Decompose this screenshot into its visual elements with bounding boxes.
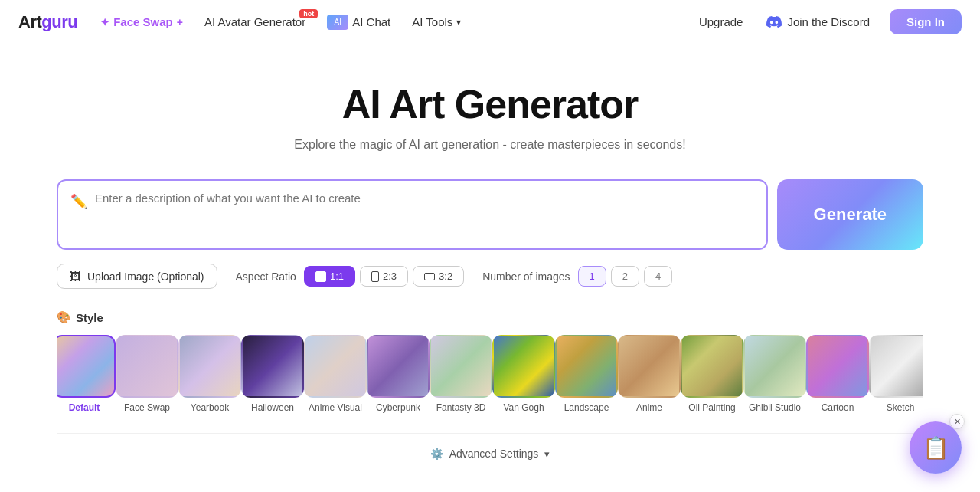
num-1-button[interactable]: 1 — [578, 266, 606, 287]
style-name-cartoon: Cartoon — [822, 402, 854, 413]
style-thumb-sketch — [869, 335, 923, 398]
style-label: Style — [76, 311, 103, 324]
style-item-oilpainting[interactable]: Oil Painting — [684, 335, 740, 413]
style-section: 🎨 Style Default Face Swap Yearbook Hallo — [57, 310, 923, 418]
generate-button[interactable]: Generate — [777, 179, 923, 250]
main-content: AI Art Generator Explore the magic of AI… — [38, 44, 942, 474]
style-name-oilpainting: Oil Painting — [688, 402, 735, 413]
style-name-halloween: Halloween — [251, 402, 294, 413]
nav-upgrade[interactable]: Upgrade — [690, 11, 753, 33]
advanced-settings-row[interactable]: ⚙️ Advanced Settings ▾ — [57, 433, 923, 474]
style-thumb-inner-yearbook — [180, 336, 240, 396]
style-thumb-faceswap — [116, 335, 178, 398]
brand-logo[interactable]: Artguru — [18, 12, 77, 32]
upload-button-label: Upload Image (Optional) — [87, 271, 204, 283]
style-name-faceswap: Face Swap — [124, 402, 170, 413]
upload-image-button[interactable]: 🖼 Upload Image (Optional) — [57, 264, 217, 289]
chevron-down-icon: ▾ — [544, 448, 550, 460]
style-item-vangogh[interactable]: Van Gogh — [496, 335, 551, 413]
style-thumb-inner-ghibli — [745, 336, 805, 396]
chat-widget-button[interactable]: 📋 — [910, 421, 962, 474]
style-name-fantasy3d: Fantasty 3D — [436, 402, 486, 413]
style-item-cartoon[interactable]: Cartoon — [810, 335, 865, 413]
num-2-button[interactable]: 2 — [611, 266, 639, 287]
ratio-2-3-button[interactable]: 2:3 — [360, 266, 408, 287]
ratio-23-label: 2:3 — [383, 271, 397, 282]
style-item-faceswap[interactable]: Face Swap — [119, 335, 175, 413]
style-name-vangogh: Van Gogh — [503, 402, 544, 413]
style-name-landscape: Landscape — [564, 402, 609, 413]
style-item-cyberpunk[interactable]: Cyberpunk — [371, 335, 426, 413]
navbar: Artguru ✦ Face Swap + AI Avatar Generato… — [0, 0, 980, 44]
hero-subtitle: Explore the magic of AI art generation -… — [57, 138, 923, 152]
style-name-cyberpunk: Cyberpunk — [376, 402, 420, 413]
plus-icon: + — [177, 16, 183, 28]
signin-button[interactable]: Sign In — [890, 9, 962, 34]
style-thumb-inner-oilpainting — [682, 336, 742, 396]
style-item-ghibli[interactable]: Ghibli Studio — [747, 335, 802, 413]
ratio-3-2-button[interactable]: 3:2 — [413, 266, 464, 287]
style-item-landscape[interactable]: Landscape — [559, 335, 614, 413]
nav-aitools[interactable]: AI Tools ▾ — [404, 11, 469, 33]
style-name-ghibli: Ghibli Studio — [749, 402, 801, 413]
nav-discord[interactable]: Join the Discord — [758, 9, 877, 35]
ratio-23-icon — [371, 271, 379, 282]
style-header: 🎨 Style — [57, 310, 923, 324]
style-thumb-inner-halloween — [243, 336, 302, 396]
style-thumb-inner-faceswap — [117, 336, 177, 396]
page-title: AI Art Generator — [57, 81, 923, 127]
style-thumb-fantasy3d — [430, 335, 492, 398]
style-thumb-default — [57, 335, 116, 398]
aspect-ratio-group: Aspect Ratio 1:1 2:3 3:2 — [236, 266, 465, 287]
style-name-anime-visual: Anime Visual — [309, 402, 362, 413]
settings-icon: ⚙️ — [430, 448, 443, 460]
style-item-anime[interactable]: Anime — [622, 335, 677, 413]
advanced-settings-label: Advanced Settings — [449, 448, 539, 460]
num-4-button[interactable]: 4 — [644, 266, 672, 287]
num-images-label: Number of images — [482, 271, 570, 283]
style-thumb-halloween — [241, 335, 304, 398]
style-item-yearbook[interactable]: Yearbook — [182, 335, 237, 413]
ratio-32-icon — [424, 273, 435, 280]
style-thumb-landscape — [555, 335, 618, 398]
options-row: 🖼 Upload Image (Optional) Aspect Ratio 1… — [57, 264, 923, 289]
prompt-input[interactable] — [95, 192, 754, 238]
ratio-1-1-button[interactable]: 1:1 — [304, 266, 355, 287]
prompt-row: ✏️ Generate — [57, 179, 923, 250]
nav-aichat[interactable]: AI AI Chat — [319, 10, 398, 34]
style-thumb-inner-cartoon — [808, 336, 867, 396]
style-icon: 🎨 — [57, 310, 71, 324]
pencil-icon: ✏️ — [70, 193, 87, 210]
image-icon: 🖼 — [70, 270, 81, 283]
chat-widget-icon: 📋 — [923, 435, 949, 461]
nav-faceswap[interactable]: ✦ Face Swap + — [93, 11, 191, 33]
style-item-halloween[interactable]: Halloween — [245, 335, 300, 413]
style-thumb-inner-anime-visual — [305, 336, 365, 396]
style-thumb-anime-visual — [304, 335, 367, 398]
ratio-11-label: 1:1 — [330, 271, 344, 282]
style-thumb-oilpainting — [681, 335, 743, 398]
style-thumb-inner-fantasy3d — [431, 336, 491, 396]
prompt-input-wrap: ✏️ — [57, 179, 768, 250]
star-icon: ✦ — [100, 16, 109, 28]
nav-avatar[interactable]: AI Avatar Generator hot — [197, 11, 313, 33]
style-thumb-inner-landscape — [557, 336, 616, 396]
style-item-sketch[interactable]: Sketch — [873, 335, 923, 413]
style-item-default[interactable]: Default — [57, 335, 112, 413]
style-thumb-inner-vangogh — [494, 336, 554, 396]
num-images-group: Number of images 1 2 4 — [482, 266, 672, 287]
nav-avatar-label: AI Avatar Generator — [204, 15, 305, 28]
style-item-fantasy3d[interactable]: Fantasty 3D — [433, 335, 488, 413]
aspect-ratio-label: Aspect Ratio — [236, 271, 296, 283]
style-thumb-yearbook — [178, 335, 241, 398]
style-name-default: Default — [69, 402, 100, 413]
ratio-11-icon — [315, 271, 326, 282]
nav-discord-label: Join the Discord — [787, 15, 870, 28]
style-grid: Default Face Swap Yearbook Halloween Ani… — [57, 335, 923, 418]
nav-aichat-label: AI Chat — [352, 15, 390, 28]
aichat-icon: AI — [327, 15, 348, 30]
ratio-32-label: 3:2 — [439, 271, 452, 282]
style-thumb-inner-anime — [619, 336, 679, 396]
style-item-anime-visual[interactable]: Anime Visual — [308, 335, 363, 413]
nav-faceswap-label: Face Swap — [113, 15, 173, 28]
